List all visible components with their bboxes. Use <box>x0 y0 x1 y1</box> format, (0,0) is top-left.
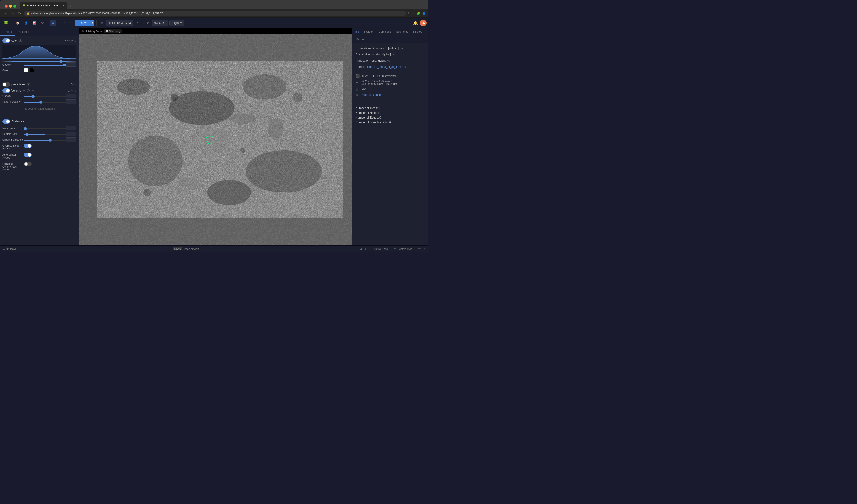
skeletons-toggle[interactable] <box>2 119 10 123</box>
stats-button[interactable]: 📊 <box>31 20 38 26</box>
dataset-settings-icon[interactable]: ⚙ <box>404 66 406 68</box>
save-dropdown-button[interactable]: ▾ <box>90 20 95 26</box>
window-menu-icon[interactable]: ⌄ <box>422 6 425 9</box>
predictions-toggle[interactable] <box>2 82 10 86</box>
save-button[interactable]: ✓ Save <box>74 20 90 26</box>
annotation-label: Explorational Annotation: <box>356 47 387 50</box>
minimize-button[interactable] <box>9 5 12 7</box>
position-display[interactable]: 4814, 4983, 1783 <box>106 20 133 26</box>
bookmark-icon[interactable]: ☆ <box>412 12 415 15</box>
space-key: Space <box>173 247 182 250</box>
reload-button[interactable]: ↻ <box>17 11 22 16</box>
active-node-edit-icon[interactable]: ✏ <box>394 247 396 250</box>
override-toggle-knob <box>28 144 31 148</box>
new-tab-button[interactable]: + <box>68 3 74 9</box>
add-layer-icon[interactable]: + <box>65 39 66 42</box>
annotation-edit-icon[interactable]: ✏ <box>401 47 403 50</box>
clipping-distance-value[interactable]: 64 <box>66 137 76 142</box>
tab-close-button[interactable]: ✕ <box>62 4 64 7</box>
volume-opacity-slider[interactable] <box>24 96 66 97</box>
user-button[interactable]: 👤 <box>22 20 30 26</box>
svg-point-9 <box>164 123 185 136</box>
main-layout: Layers Settings color ⓘ + ✏ ↻ <box>0 28 428 245</box>
current-tool-button[interactable]: ⚙ <box>50 20 56 26</box>
tab-settings[interactable]: Settings <box>15 28 32 36</box>
back-button[interactable]: ← <box>3 11 8 16</box>
tab-abstree[interactable]: AbsTree <box>352 35 367 43</box>
clipping-distance-slider[interactable] <box>24 140 66 140</box>
opacity-slider[interactable] <box>24 65 66 66</box>
predictions-info-icon[interactable]: ⓘ <box>27 83 30 86</box>
volume-opacity-label: Opacity <box>2 95 24 97</box>
share-icon[interactable]: ⬆ <box>408 12 410 15</box>
settings-button[interactable]: ⚙ <box>39 20 46 26</box>
color-swatch-white[interactable] <box>24 68 28 72</box>
share-button[interactable]: ⇗ <box>134 20 140 26</box>
redo-button[interactable]: ↪ <box>67 20 74 26</box>
profile-icon[interactable]: 👤 <box>422 12 426 15</box>
process-dataset-link[interactable]: Process Dataset <box>360 93 382 97</box>
particle-size-value[interactable]: 5 <box>66 132 76 136</box>
highlight-commented-toggle[interactable] <box>24 162 32 166</box>
particle-size-slider-container <box>24 132 66 136</box>
active-tab[interactable]: 🍀 l4dense_motta_et_al_demo | ✕ <box>20 2 67 9</box>
volume-disable-icon[interactable]: ⊘ <box>68 89 70 92</box>
viewport-canvas[interactable] <box>79 34 352 245</box>
predictions-refresh-icon[interactable]: ↻ <box>71 83 73 86</box>
override-node-radius-toggle[interactable] <box>24 144 32 148</box>
volume-expand-icon[interactable]: ⤡ <box>74 89 76 92</box>
annotation-type-info-icon[interactable]: ⓘ <box>387 60 390 62</box>
tab-layers[interactable]: Layers <box>0 28 15 36</box>
volume-toggle[interactable] <box>2 88 10 93</box>
spacer-2 <box>356 99 425 103</box>
refresh-layer-icon[interactable]: ↻ <box>70 39 73 42</box>
notification-button[interactable]: 🔔 <box>413 20 418 25</box>
tab-segments[interactable]: Segments <box>394 28 410 35</box>
close-button[interactable] <box>5 5 7 7</box>
opacity-row: Opacity 100 <box>2 62 76 67</box>
volume-edit-icon[interactable]: ✏ <box>23 89 25 92</box>
add-node-button[interactable]: ⊕ <box>99 20 105 26</box>
svg-point-4 <box>128 136 183 186</box>
node-radius-slider[interactable] <box>24 128 66 129</box>
color-layer-toggle[interactable] <box>2 38 10 43</box>
forward-button[interactable]: → <box>10 11 15 16</box>
edit-layer-icon[interactable]: ✏ <box>67 39 70 42</box>
opacity-value[interactable]: 100 <box>66 62 76 67</box>
svg-point-7 <box>117 79 150 96</box>
status-left: ⊟ ✥ Move <box>3 247 17 250</box>
flight-mode-dropdown[interactable]: Flight ▾ <box>169 20 184 26</box>
tab-info[interactable]: Info <box>352 28 361 35</box>
histogram-chart <box>2 45 76 59</box>
auto-center-toggle[interactable] <box>24 153 32 157</box>
user-avatar[interactable]: LS <box>420 20 426 26</box>
node-radius-value[interactable]: 0 <box>66 126 76 130</box>
extensions-icon[interactable]: 🧩 <box>417 12 420 15</box>
home-button[interactable]: 🏠 <box>14 20 21 26</box>
description-edit-icon[interactable]: ✏ <box>393 53 394 56</box>
status-right-expand-icon: ⤡ <box>423 247 426 250</box>
volume-opacity-value[interactable]: 20 <box>66 94 76 98</box>
maximize-button[interactable] <box>13 5 16 7</box>
rotation-display[interactable]: 63,6,357 <box>152 20 168 26</box>
dataset-link[interactable]: l4dense_motta_et_al_demo <box>367 65 402 69</box>
tab-skeleton[interactable]: Skeleton <box>361 28 376 35</box>
rotation-refresh-button[interactable]: ↻ <box>145 20 151 26</box>
volume-refresh-icon[interactable]: ↻ <box>71 89 73 92</box>
predictions-expand-icon[interactable]: ⤡ <box>74 83 76 86</box>
pattern-opacity-value[interactable]: 40 <box>66 99 76 104</box>
pattern-opacity-slider[interactable] <box>24 102 66 103</box>
process-dataset-row: ☆ Process Dataset <box>356 93 425 97</box>
tab-comments[interactable]: Comments <box>376 28 394 35</box>
active-tree-edit-icon[interactable]: ✏ <box>418 247 421 250</box>
volume-info-icon[interactable]: ⓘ <box>27 89 30 93</box>
particle-size-slider[interactable] <box>24 134 66 135</box>
tab-bboxes[interactable]: BBoxes <box>410 28 424 35</box>
color-swatch-black[interactable] <box>30 68 34 72</box>
expand-layer-icon[interactable]: ⤡ <box>74 39 76 42</box>
undo-button[interactable]: ↩ <box>60 20 66 26</box>
url-bar[interactable]: 🔒 webknossos.org/annotations/Exploration… <box>24 11 406 16</box>
histogram-range-slider[interactable] <box>2 61 76 62</box>
color-layer-info-icon[interactable]: ⓘ <box>19 39 22 43</box>
volume-brush-icon[interactable]: ✏ <box>32 89 34 92</box>
